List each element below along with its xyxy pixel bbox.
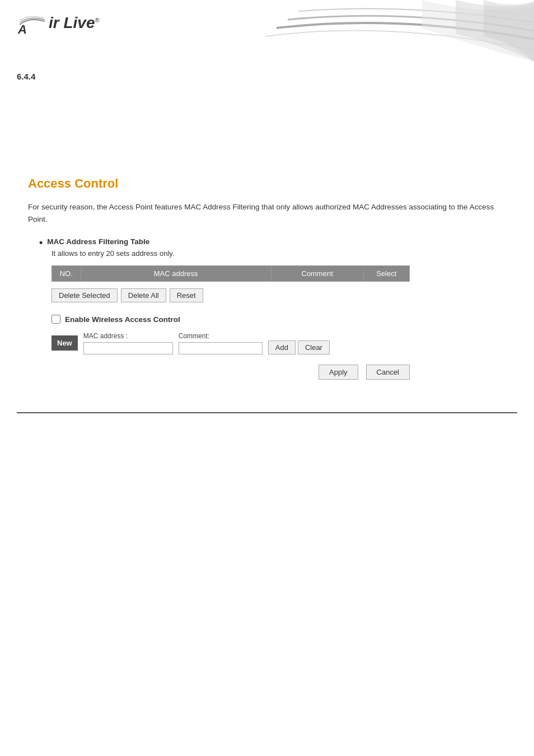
table-header-comment: Comment — [271, 266, 363, 282]
mac-address-label: MAC address : — [83, 332, 128, 340]
bullet-sublabel: It allows to entry 20 sets address only. — [51, 249, 506, 258]
page-description: For security reason, the Access Point fe… — [28, 201, 506, 225]
logo: A ir Live® — [17, 10, 517, 35]
clear-button[interactable]: Clear — [298, 340, 330, 354]
mac-address-field-group: MAC address : — [83, 332, 173, 354]
bullet-label-container: • MAC Address Filtering Table — [39, 237, 506, 248]
reset-button[interactable]: Reset — [170, 288, 203, 302]
comment-input[interactable] — [179, 342, 263, 354]
section-number: 6.4.4 — [0, 62, 534, 81]
table-header-select: Select — [363, 266, 409, 282]
svg-text:A: A — [17, 22, 27, 35]
new-label: New — [51, 335, 78, 351]
delete-selected-button[interactable]: Delete Selected — [51, 288, 118, 302]
enable-wireless-label: Enable Wireless Access Control — [65, 315, 180, 324]
logo-text-container: ir Live® — [49, 14, 100, 32]
bullet-dot: • — [39, 237, 43, 248]
airlive-logo-icon: A — [17, 10, 48, 35]
add-button[interactable]: Add — [268, 340, 296, 354]
cancel-button[interactable]: Cancel — [366, 365, 410, 380]
enable-wireless-checkbox[interactable] — [51, 315, 60, 324]
footer-divider — [17, 412, 517, 413]
bullet-label-text: MAC Address Filtering Table — [47, 237, 149, 246]
comment-field-group: Comment: — [179, 332, 263, 354]
table-header-no: NO. — [52, 266, 81, 282]
table-actions: Delete Selected Delete All Reset — [51, 288, 506, 302]
comment-label: Comment: — [179, 332, 209, 340]
bullet-section: • MAC Address Filtering Table It allows … — [39, 237, 506, 380]
apply-button[interactable]: Apply — [318, 365, 358, 380]
new-entry-row: New MAC address : Comment: Add Clear — [51, 332, 506, 354]
add-clear-buttons: Add Clear — [268, 332, 330, 354]
page-header: A ir Live® — [0, 0, 534, 62]
apply-cancel-row: Apply Cancel — [51, 365, 410, 380]
mac-address-input[interactable] — [83, 342, 173, 354]
table-header-mac: MAC address — [81, 266, 271, 282]
page-title: Access Control — [28, 176, 506, 191]
delete-all-button[interactable]: Delete All — [121, 288, 166, 302]
main-content: Access Control For security reason, the … — [0, 81, 534, 407]
enable-wireless-row: Enable Wireless Access Control — [51, 315, 506, 324]
mac-address-table: NO. MAC address Comment Select — [51, 265, 410, 282]
logo-text: ir Live® — [49, 14, 100, 31]
